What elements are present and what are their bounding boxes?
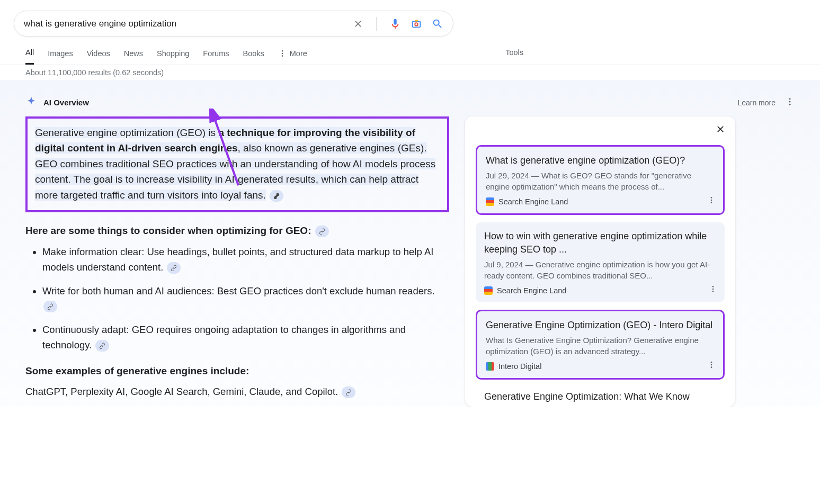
favicon bbox=[486, 197, 494, 206]
card-menu-icon[interactable] bbox=[707, 196, 716, 206]
tab-all[interactable]: All bbox=[25, 48, 34, 65]
image-search-icon[interactable] bbox=[411, 18, 422, 30]
ai-overview-header: AI Overview Learn more bbox=[0, 96, 820, 116]
heading-examples: Some examples of generative engines incl… bbox=[25, 365, 449, 377]
svg-point-15 bbox=[712, 291, 714, 292]
tab-books[interactable]: Books bbox=[243, 49, 264, 64]
svg-point-12 bbox=[711, 202, 712, 204]
svg-point-7 bbox=[789, 101, 791, 103]
list-item: Make information clear: Use headings, bu… bbox=[42, 245, 449, 275]
card-menu-icon[interactable] bbox=[709, 285, 717, 295]
svg-rect-0 bbox=[413, 21, 421, 27]
learn-more-link[interactable]: Learn more bbox=[737, 98, 776, 107]
source-snippet: What Is Generative Engine Optimization? … bbox=[486, 335, 715, 357]
tabs-row: All Images Videos News Shopping Forums B… bbox=[0, 37, 820, 65]
ai-overview-title: AI Overview bbox=[43, 98, 89, 107]
ai-overview-content: Generative engine optimization (GEO) is … bbox=[25, 116, 449, 400]
source-card[interactable]: How to win with generative engine optimi… bbox=[476, 222, 725, 302]
main-area: AI Overview Learn more Generative engine… bbox=[0, 80, 820, 407]
divider bbox=[376, 17, 377, 31]
favicon bbox=[486, 362, 494, 371]
tab-tools[interactable]: Tools bbox=[505, 48, 523, 63]
citation-chip[interactable] bbox=[43, 301, 57, 312]
svg-point-17 bbox=[711, 364, 712, 366]
close-icon[interactable] bbox=[715, 124, 726, 134]
ai-summary-box: Generative engine optimization (GEO) is … bbox=[25, 116, 449, 212]
link-icon bbox=[273, 193, 280, 199]
source-name: Intero Digital bbox=[486, 362, 715, 371]
source-name: Search Engine Land bbox=[484, 286, 716, 295]
search-icon[interactable] bbox=[432, 18, 443, 30]
source-snippet: Jul 9, 2024 — Generative engine optimiza… bbox=[484, 259, 716, 281]
tab-more[interactable]: More bbox=[278, 49, 307, 64]
card-menu-icon[interactable] bbox=[707, 361, 716, 371]
tab-more-label: More bbox=[290, 49, 307, 58]
heading-consider: Here are some things to consider when op… bbox=[25, 225, 449, 237]
favicon bbox=[484, 286, 493, 295]
search-icons-group bbox=[353, 17, 443, 31]
list-item: Continuously adapt: GEO requires ongoing… bbox=[42, 322, 449, 353]
svg-point-13 bbox=[712, 286, 714, 287]
svg-point-4 bbox=[281, 52, 283, 54]
clear-icon[interactable] bbox=[353, 19, 363, 29]
link-icon bbox=[47, 303, 54, 310]
source-title: What is generative engine optimization (… bbox=[486, 154, 715, 167]
tab-news[interactable]: News bbox=[124, 49, 143, 64]
bullets-list: Make information clear: Use headings, bu… bbox=[25, 245, 449, 353]
svg-point-10 bbox=[711, 197, 712, 199]
link-icon bbox=[345, 389, 352, 395]
source-card-truncated[interactable]: Generative Engine Optimization: What We … bbox=[476, 387, 725, 407]
source-snippet: Jul 29, 2024 — What is GEO? GEO stands f… bbox=[486, 170, 715, 192]
svg-point-16 bbox=[711, 362, 712, 363]
summary-prefix: Generative engine optimization (GEO) is bbox=[35, 127, 218, 138]
voice-search-icon[interactable] bbox=[389, 18, 401, 30]
sources-sidebar: What is generative engine optimization (… bbox=[465, 116, 735, 407]
search-input[interactable] bbox=[24, 13, 353, 34]
svg-point-5 bbox=[281, 55, 283, 57]
search-container bbox=[0, 0, 820, 37]
citation-chip[interactable] bbox=[270, 190, 283, 202]
tab-shopping[interactable]: Shopping bbox=[157, 49, 189, 64]
citation-chip[interactable] bbox=[167, 262, 181, 274]
svg-point-8 bbox=[789, 104, 791, 105]
list-item: Write for both human and AI audiences: B… bbox=[42, 284, 449, 314]
citation-chip[interactable] bbox=[95, 340, 109, 352]
svg-point-11 bbox=[711, 200, 712, 201]
overflow-icon[interactable] bbox=[785, 97, 795, 108]
source-title: Generative Engine Optimization (GEO) - I… bbox=[486, 319, 715, 331]
svg-point-3 bbox=[281, 50, 283, 52]
result-stats: About 11,100,000 results (0.62 seconds) bbox=[0, 65, 820, 77]
svg-point-14 bbox=[712, 289, 714, 290]
tab-videos[interactable]: Videos bbox=[87, 49, 110, 64]
svg-point-6 bbox=[789, 98, 791, 100]
source-card[interactable]: What is generative engine optimization (… bbox=[476, 145, 725, 215]
source-name: Search Engine Land bbox=[486, 197, 715, 206]
source-card[interactable]: Generative Engine Optimization (GEO) - I… bbox=[476, 310, 725, 380]
citation-chip[interactable] bbox=[315, 226, 329, 237]
more-dots-icon bbox=[278, 49, 287, 58]
svg-rect-2 bbox=[415, 20, 418, 21]
link-icon bbox=[171, 265, 177, 271]
examples-line: ChatGPT, Perplexity AI, Google AI Search… bbox=[25, 384, 449, 400]
sparkle-icon bbox=[25, 96, 37, 109]
link-icon bbox=[99, 343, 105, 349]
source-title: How to win with generative engine optimi… bbox=[484, 230, 716, 256]
citation-chip[interactable] bbox=[342, 386, 355, 398]
svg-point-18 bbox=[711, 367, 712, 368]
search-bar[interactable] bbox=[14, 11, 453, 37]
tab-images[interactable]: Images bbox=[48, 49, 73, 64]
tab-forums[interactable]: Forums bbox=[203, 49, 229, 64]
svg-point-1 bbox=[415, 23, 418, 26]
link-icon bbox=[319, 228, 325, 235]
